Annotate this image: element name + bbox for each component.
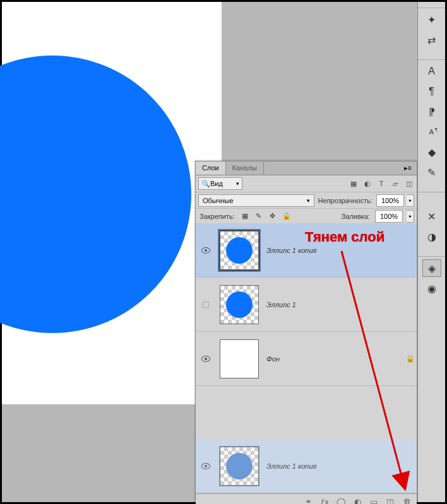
blend-row: Обычные ▾ Непрозрачность: 100% ▸ xyxy=(196,192,417,208)
new-layer-icon[interactable]: ◫ xyxy=(385,497,395,505)
opacity-input[interactable]: 100% xyxy=(376,194,404,207)
fx-icon[interactable]: ƒx xyxy=(319,497,330,505)
layers-panel-icon[interactable]: ◈ xyxy=(422,259,441,277)
visibility-toggle[interactable] xyxy=(196,356,216,362)
filter-shape-icon[interactable]: ▱ xyxy=(390,179,400,189)
layer-name[interactable]: Эллипс 1 копия xyxy=(263,462,417,470)
layer-thumbnail[interactable] xyxy=(220,447,259,486)
visibility-toggle[interactable] xyxy=(196,302,216,308)
eye-icon xyxy=(201,463,210,469)
lock-icons: ▦ ✎ ✥ 🔒 xyxy=(240,211,292,221)
thumb-shape xyxy=(226,453,253,479)
visibility-toggle[interactable] xyxy=(196,247,216,254)
paragraph-icon[interactable]: ¶ xyxy=(422,83,441,100)
layer-filter-row: 🔍 Вид ▾ ▦ ◐ T ▱ ◫ xyxy=(196,175,417,192)
lock-transparency-icon[interactable]: ▦ xyxy=(240,211,250,221)
char-styles-icon[interactable]: ⁋ xyxy=(422,103,441,120)
app-frame: ✦ ⇄ A ¶ ⁋ A¶ ◆ ✎ ✕ ◑ ◈ ◉ Слои Каналы ▸≡ … xyxy=(2,2,445,502)
blend-mode-value: Обычные xyxy=(203,197,234,204)
3d-icon[interactable]: ◆ xyxy=(422,143,441,161)
eye-icon xyxy=(201,247,210,254)
fill-arrow-icon[interactable]: ▸ xyxy=(407,210,414,223)
right-toolbar: ✦ ⇄ A ¶ ⁋ A¶ ◆ ✎ ✕ ◑ ◈ ◉ xyxy=(417,2,445,502)
blend-mode-select[interactable]: Обычные ▾ xyxy=(198,194,314,207)
mask-icon[interactable]: ◯ xyxy=(336,497,346,505)
swatches-icon[interactable]: ◑ xyxy=(422,228,441,245)
adjust-layer-icon[interactable]: ◐ xyxy=(352,497,362,505)
search-icon: 🔍 xyxy=(201,180,210,188)
layer-name[interactable]: Эллипс 1 копия xyxy=(263,247,417,254)
filter-adjust-icon[interactable]: ◐ xyxy=(362,179,372,189)
fill-input[interactable]: 100% xyxy=(375,210,403,223)
pen-icon[interactable]: ✎ xyxy=(422,163,441,181)
thumb-shape xyxy=(226,237,253,264)
thumb-shape xyxy=(226,291,253,318)
layer-thumbnail[interactable] xyxy=(220,339,259,378)
lock-icon: 🔒 xyxy=(404,355,417,363)
layer-name[interactable]: Фон xyxy=(263,355,404,363)
filter-kind-select[interactable]: 🔍 Вид ▾ xyxy=(198,177,242,190)
delete-icon[interactable]: 🗑 xyxy=(402,497,412,505)
para-styles-icon[interactable]: A¶ xyxy=(422,123,441,141)
fill-label: Заливка: xyxy=(340,213,371,220)
link-layers-icon[interactable]: ⚭ xyxy=(303,497,313,505)
filter-smart-icon[interactable]: ◫ xyxy=(404,179,414,189)
layers-bottom-bar: ⚭ ƒx ◯ ◐ ▭ ◫ 🗑 xyxy=(196,493,417,504)
layer-name[interactable]: Эллипс 1 xyxy=(263,301,417,308)
visibility-off-icon xyxy=(203,302,209,308)
lock-position-icon[interactable]: ✥ xyxy=(268,211,278,221)
lock-all-icon[interactable]: 🔒 xyxy=(282,211,292,221)
canvas-paste-area xyxy=(222,2,417,161)
panel-menu-icon[interactable]: ▸≡ xyxy=(399,161,417,175)
eye-icon xyxy=(201,356,210,362)
layer-drag-ghost[interactable]: Эллипс 1 копия xyxy=(196,439,417,493)
lock-row: Закрепить: ▦ ✎ ✥ 🔒 Заливка: 100% ▸ xyxy=(196,208,417,223)
filter-kind-label: Вид xyxy=(210,180,223,187)
styles-icon[interactable]: ◉ xyxy=(422,279,441,297)
character-icon[interactable]: A xyxy=(422,62,441,80)
panel-tabs: Слои Каналы ▸≡ xyxy=(196,161,417,175)
dropdown-arrow-icon: ▾ xyxy=(307,197,310,204)
tab-channels[interactable]: Каналы xyxy=(226,161,264,175)
tools-icon[interactable]: ✕ xyxy=(422,208,441,225)
dropdown-arrow-icon: ▾ xyxy=(236,180,239,187)
layer-row[interactable]: Эллипс 1 копия xyxy=(196,223,417,278)
layer-thumbnail[interactable] xyxy=(220,285,259,324)
layers-list: Эллипс 1 копия Эллипс 1 Фон 🔒 Эллипс 1 к… xyxy=(196,223,417,493)
brush-panel-icon[interactable]: ✦ xyxy=(422,11,441,28)
filter-text-icon[interactable]: T xyxy=(376,179,386,189)
tab-layers[interactable]: Слои xyxy=(196,161,226,175)
opacity-arrow-icon[interactable]: ▸ xyxy=(407,194,414,207)
filter-icons: ▦ ◐ T ▱ ◫ xyxy=(349,179,414,189)
visibility-toggle[interactable] xyxy=(196,463,216,469)
ellipse-shape xyxy=(0,56,191,333)
layer-thumbnail[interactable] xyxy=(220,231,259,270)
lock-pixels-icon[interactable]: ✎ xyxy=(254,211,264,221)
group-icon[interactable]: ▭ xyxy=(369,497,379,505)
layers-panel: Слои Каналы ▸≡ 🔍 Вид ▾ ▦ ◐ T ▱ ◫ Обычные… xyxy=(195,161,417,502)
filter-pixel-icon[interactable]: ▦ xyxy=(349,179,359,189)
brush-presets-icon[interactable]: ⇄ xyxy=(422,31,441,49)
layer-row[interactable]: Эллипс 1 xyxy=(196,278,417,332)
canvas[interactable] xyxy=(2,2,222,404)
layers-empty-space xyxy=(196,386,417,439)
layer-row[interactable]: Фон 🔒 xyxy=(196,332,417,386)
lock-label: Закрепить: xyxy=(198,213,236,220)
opacity-label: Непрозрачность: xyxy=(317,197,374,204)
